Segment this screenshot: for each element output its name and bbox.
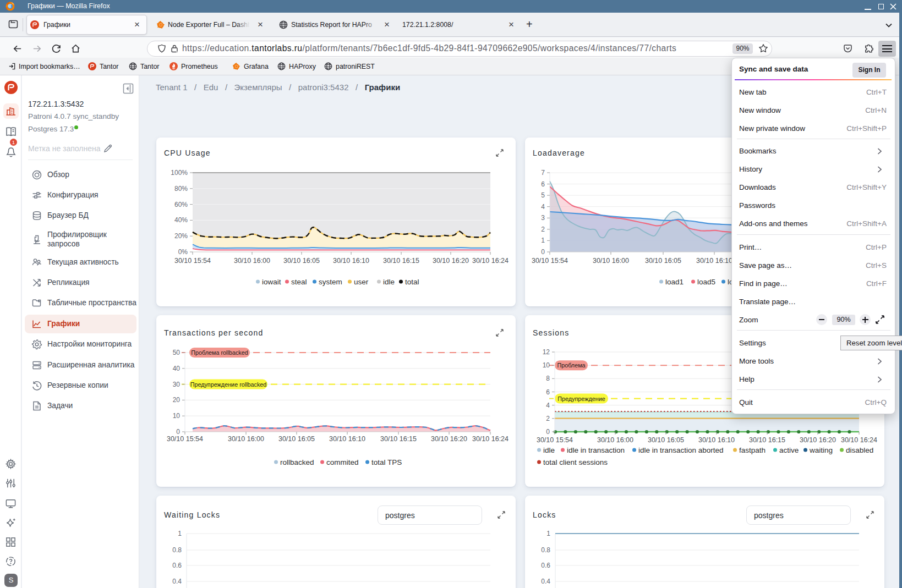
svg-text:4: 4 bbox=[541, 203, 545, 211]
svg-text:0.6: 0.6 bbox=[172, 562, 182, 569]
svg-text:iowait: iowait bbox=[262, 278, 281, 286]
svg-text:80%: 80% bbox=[174, 185, 188, 193]
svg-text:30/10 16:24: 30/10 16:24 bbox=[472, 435, 509, 443]
svg-text:20: 20 bbox=[173, 396, 181, 404]
svg-text:30/10 16:15: 30/10 16:15 bbox=[749, 436, 785, 444]
svg-text:0%: 0% bbox=[178, 248, 188, 256]
svg-text:30/10 16:00: 30/10 16:00 bbox=[593, 257, 629, 265]
svg-text:2: 2 bbox=[546, 415, 550, 422]
svg-text:1: 1 bbox=[546, 530, 550, 537]
svg-text:Проблема rollbacked: Проблема rollbacked bbox=[191, 349, 248, 356]
svg-text:30/10 16:05: 30/10 16:05 bbox=[648, 436, 684, 444]
svg-text:1: 1 bbox=[541, 237, 545, 244]
svg-text:30/10 16:24: 30/10 16:24 bbox=[472, 257, 509, 265]
svg-text:0.8: 0.8 bbox=[541, 546, 550, 554]
svg-text:10: 10 bbox=[543, 361, 550, 369]
svg-text:disabled: disabled bbox=[846, 446, 873, 454]
svg-text:commited: commited bbox=[326, 458, 359, 466]
svg-text:4: 4 bbox=[546, 402, 550, 409]
svg-text:30/10 16:00: 30/10 16:00 bbox=[597, 436, 633, 444]
svg-text:0: 0 bbox=[176, 428, 180, 436]
svg-text:10: 10 bbox=[173, 412, 181, 420]
svg-text:30/10 16:10: 30/10 16:10 bbox=[329, 435, 365, 443]
svg-text:active: active bbox=[779, 446, 799, 454]
svg-text:30/10 16:05: 30/10 16:05 bbox=[283, 257, 320, 265]
svg-text:user: user bbox=[354, 278, 369, 286]
svg-text:0.4: 0.4 bbox=[172, 578, 182, 585]
svg-text:30/10 16:00: 30/10 16:00 bbox=[228, 435, 264, 443]
svg-text:50: 50 bbox=[173, 349, 181, 356]
svg-text:30/10 15:54: 30/10 15:54 bbox=[167, 435, 203, 443]
svg-text:30/10 16:20: 30/10 16:20 bbox=[433, 257, 469, 265]
svg-text:system: system bbox=[319, 278, 342, 286]
svg-text:30/10 15:54: 30/10 15:54 bbox=[174, 257, 211, 265]
svg-text:30/10 16:00: 30/10 16:00 bbox=[234, 257, 270, 265]
svg-text:5: 5 bbox=[541, 191, 545, 199]
svg-text:fastpath: fastpath bbox=[739, 446, 766, 454]
svg-text:0.4: 0.4 bbox=[541, 578, 550, 585]
svg-text:steal: steal bbox=[291, 278, 307, 286]
svg-text:2: 2 bbox=[541, 226, 545, 233]
svg-text:0.8: 0.8 bbox=[172, 546, 182, 554]
svg-text:Проблема: Проблема bbox=[557, 362, 585, 369]
svg-text:20%: 20% bbox=[174, 232, 188, 240]
svg-text:30/10 16:15: 30/10 16:15 bbox=[383, 257, 419, 265]
svg-text:40: 40 bbox=[173, 365, 181, 372]
svg-text:idle in transaction aborted: idle in transaction aborted bbox=[638, 446, 724, 454]
svg-text:30/10 15:54: 30/10 15:54 bbox=[532, 257, 568, 265]
svg-text:30/10 16:05: 30/10 16:05 bbox=[645, 257, 681, 265]
svg-text:6: 6 bbox=[546, 388, 550, 396]
svg-text:rollbacked: rollbacked bbox=[280, 458, 314, 466]
svg-text:0: 0 bbox=[546, 428, 550, 436]
svg-text:60%: 60% bbox=[174, 201, 188, 208]
svg-text:30/10 15:54: 30/10 15:54 bbox=[537, 436, 573, 444]
svg-text:30/10 16:15: 30/10 16:15 bbox=[380, 435, 417, 443]
svg-text:load5: load5 bbox=[697, 278, 715, 286]
svg-text:0: 0 bbox=[541, 248, 545, 256]
svg-text:load1: load1 bbox=[665, 278, 684, 286]
svg-text:total client sessions: total client sessions bbox=[543, 458, 608, 466]
svg-text:8: 8 bbox=[546, 375, 550, 382]
svg-text:30/10 16:10: 30/10 16:10 bbox=[696, 257, 732, 265]
svg-text:30/10 16:05: 30/10 16:05 bbox=[278, 435, 315, 443]
svg-text:30/10 16:10: 30/10 16:10 bbox=[333, 257, 369, 265]
svg-text:Предупреждение rollbacked: Предупреждение rollbacked bbox=[190, 381, 267, 388]
svg-text:total: total bbox=[405, 278, 419, 286]
svg-text:idle in transaction: idle in transaction bbox=[567, 446, 625, 454]
svg-text:30/10 16:20: 30/10 16:20 bbox=[431, 435, 467, 443]
svg-text:idle: idle bbox=[383, 278, 395, 286]
svg-text:idle: idle bbox=[543, 446, 555, 454]
svg-text:1: 1 bbox=[178, 530, 182, 537]
svg-text:total TPS: total TPS bbox=[371, 458, 402, 466]
svg-text:6: 6 bbox=[541, 180, 545, 188]
svg-text:7: 7 bbox=[541, 169, 545, 177]
svg-text:30/10 16:10: 30/10 16:10 bbox=[698, 436, 735, 444]
svg-text:12: 12 bbox=[543, 348, 550, 356]
svg-text:40%: 40% bbox=[174, 216, 188, 224]
svg-text:Предупреждение: Предупреждение bbox=[557, 395, 605, 402]
svg-text:30: 30 bbox=[173, 381, 181, 388]
svg-text:0.6: 0.6 bbox=[541, 562, 550, 569]
svg-text:30/10 16:24: 30/10 16:24 bbox=[841, 436, 877, 444]
svg-text:30/10 16:20: 30/10 16:20 bbox=[800, 436, 836, 444]
svg-text:100%: 100% bbox=[171, 169, 188, 177]
svg-text:waiting: waiting bbox=[809, 446, 833, 454]
svg-text:3: 3 bbox=[541, 214, 545, 222]
